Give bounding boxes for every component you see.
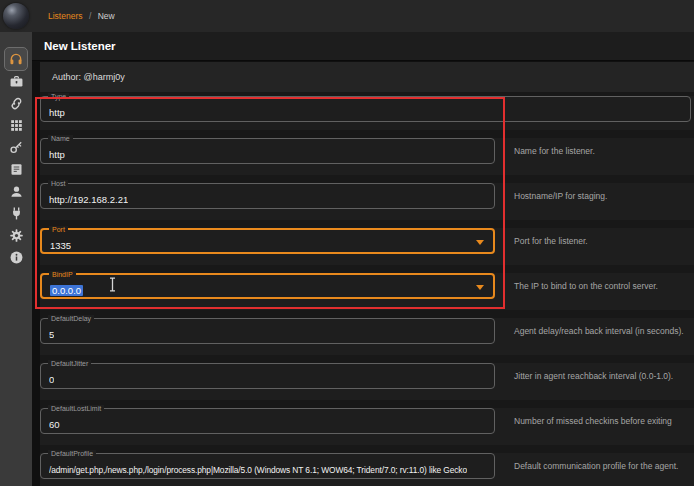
field-description: Default communication profile for the ag… [514, 453, 678, 479]
field-description: Agent delay/reach back interval (in seco… [514, 318, 684, 344]
sidebar-item-reporting[interactable] [0, 158, 32, 180]
form-field-row-port: Port 1335 Port for the listener. [40, 228, 694, 265]
field-input[interactable]: DefaultLostLimit 60 [40, 408, 495, 434]
user-icon [9, 184, 24, 199]
field-value: 1335 [50, 240, 71, 251]
field-description: Hostname/IP for staging. [514, 183, 607, 209]
form-field-row-bindip: BindIP 0.0.0.0 The IP to bind to on the … [40, 273, 694, 310]
form-field-row-defaultprofile: DefaultProfile /admin/get.php,/news.php,… [40, 453, 694, 486]
field-input[interactable]: BindIP 0.0.0.0 [40, 273, 495, 299]
sidebar-item-about[interactable] [0, 246, 32, 268]
page-title: New Listener [32, 32, 694, 60]
form-rows: Type http Name http Name for the listene… [40, 96, 694, 486]
sidebar-item-credentials[interactable] [0, 136, 32, 158]
field-label: Host [48, 180, 68, 188]
sidebar-item-listeners[interactable] [0, 46, 32, 72]
field-description: The IP to bind to on the control server. [514, 273, 658, 299]
field-input[interactable]: DefaultProfile /admin/get.php,/news.php,… [40, 453, 495, 479]
form-field-row-name: Name http Name for the listener. [40, 138, 694, 175]
field-value: /admin/get.php,/news.php,/login/process.… [49, 465, 467, 475]
dropdown-caret-icon[interactable] [476, 285, 484, 290]
field-label: DefaultLostLimit [48, 405, 104, 413]
form-field-row-type: Type http [40, 96, 694, 130]
note-icon [9, 162, 24, 177]
field-description: Name for the listener. [514, 138, 595, 164]
field-description: Jitter in agent reachback interval (0.0-… [514, 363, 673, 389]
sidebar-item-settings[interactable] [0, 224, 32, 246]
grid-icon [9, 118, 24, 133]
gear-icon [9, 228, 24, 243]
briefcase-icon [9, 74, 24, 89]
field-value: http [49, 149, 65, 160]
plug-icon [9, 206, 24, 221]
field-value: 60 [49, 419, 60, 430]
field-value: 5 [49, 329, 54, 340]
link-icon [9, 96, 24, 111]
field-label: DefaultProfile [48, 450, 96, 458]
sidebar-item-modules[interactable] [0, 114, 32, 136]
breadcrumb-current: New [98, 11, 115, 21]
field-input[interactable]: Port 1335 [40, 228, 495, 254]
field-value: 0 [49, 374, 54, 385]
author-label: Author: @harmj0y [40, 62, 694, 92]
sidebar-item-users[interactable] [0, 180, 32, 202]
breadcrumb-separator: / [89, 11, 91, 21]
sidebar-item-agents[interactable] [0, 92, 32, 114]
form-field-row-defaultjitter: DefaultJitter 0 Jitter in agent reachbac… [40, 363, 694, 400]
field-description: Port for the listener. [514, 228, 588, 254]
sidebar-items [0, 46, 32, 268]
form-field-row-defaultdelay: DefaultDelay 5 Agent delay/reach back in… [40, 318, 694, 355]
page-header: New Listener [32, 32, 694, 61]
field-value: http [49, 107, 65, 118]
sidebar [0, 0, 32, 486]
dropdown-caret-icon[interactable] [476, 240, 484, 245]
field-label: BindIP [49, 271, 76, 279]
breadcrumb-listeners-link[interactable]: Listeners [48, 11, 83, 21]
field-description: Number of missed checkins before exiting [514, 408, 672, 434]
field-label: Type [48, 93, 69, 101]
field-input[interactable]: DefaultDelay 5 [40, 318, 495, 344]
field-input[interactable]: Name http [40, 138, 495, 164]
field-label: Name [48, 135, 73, 143]
form-field-row-defaultlostlimit: DefaultLostLimit 60 Number of missed che… [40, 408, 694, 445]
field-label: Port [49, 226, 68, 234]
field-input[interactable]: Type http [40, 96, 691, 122]
app-logo-deathstar-icon[interactable] [3, 3, 29, 29]
listener-form-card: Author: @harmj0y Type http Name http Nam… [40, 62, 694, 486]
field-value: 0.0.0.0 [50, 285, 83, 296]
field-value: http://192.168.2.21 [49, 194, 128, 205]
key-icon [9, 140, 24, 155]
breadcrumb: Listeners / New [48, 0, 115, 32]
sidebar-item-stagers[interactable] [0, 70, 32, 92]
headphones-icon [4, 47, 28, 71]
field-input[interactable]: DefaultJitter 0 [40, 363, 495, 389]
field-label: DefaultJitter [48, 360, 91, 368]
sidebar-item-plugins[interactable] [0, 202, 32, 224]
form-field-row-host: Host http://192.168.2.21 Hostname/IP for… [40, 183, 694, 220]
info-icon [9, 250, 24, 265]
field-label: DefaultDelay [48, 315, 94, 323]
field-input[interactable]: Host http://192.168.2.21 [40, 183, 495, 209]
top-bar: Listeners / New [0, 0, 694, 32]
